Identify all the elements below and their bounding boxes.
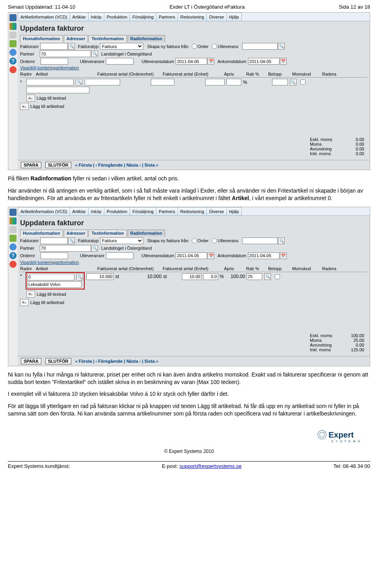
partner-input[interactable] xyxy=(40,245,91,252)
menu-artikelinfo[interactable]: Artikelinformation (VCD) xyxy=(18,13,70,21)
menu-hjalp[interactable]: Hjälp xyxy=(226,13,242,21)
tab-radinfo[interactable]: Radinformation xyxy=(128,230,165,237)
utleveransdatum-input[interactable] xyxy=(176,58,207,65)
utleveransdatum-cal[interactable]: 📅 xyxy=(208,252,214,259)
fakturanr-input[interactable] xyxy=(40,237,68,244)
ordernr-input[interactable] xyxy=(41,252,68,259)
doc-icon[interactable] xyxy=(9,226,17,233)
radio-utleverans[interactable] xyxy=(212,238,217,243)
artikel-desc-input[interactable] xyxy=(27,281,82,288)
tab-textinfo[interactable]: Textinformation xyxy=(89,35,126,42)
tab-adresser[interactable]: Adresser xyxy=(64,35,88,42)
fakturatyp-select[interactable]: Faktura xyxy=(100,237,143,244)
ankomstdatum-input[interactable] xyxy=(248,58,280,65)
link-visa-dolj[interactable]: Visa/dölj konteringsinformation xyxy=(20,65,79,70)
power-icon[interactable] xyxy=(9,66,17,73)
menu-hjalp[interactable]: Hjälp xyxy=(226,207,242,215)
apris-input[interactable] xyxy=(182,273,202,280)
help-icon[interactable]: ? xyxy=(9,252,17,259)
tab-huvudinfo[interactable]: Huvudinformation xyxy=(20,230,63,237)
pager-links[interactable]: « Första | ‹ Föregående | Nästa › | Sist… xyxy=(75,359,159,364)
artikel-desc-input[interactable] xyxy=(26,87,89,93)
fakturanr-lookup[interactable]: 🔍 xyxy=(68,237,75,244)
menu-artiklar[interactable]: Artiklar xyxy=(70,13,89,21)
artikel-input[interactable] xyxy=(27,274,74,280)
utleveransdatum-cal[interactable]: 📅 xyxy=(208,58,214,65)
radio-order[interactable] xyxy=(192,238,197,243)
rab-input[interactable] xyxy=(203,273,218,280)
help-icon[interactable]: ? xyxy=(9,58,17,65)
radera-check[interactable] xyxy=(300,80,306,85)
home-icon[interactable] xyxy=(9,209,17,216)
add-textrad-button[interactable]: ≡₊ xyxy=(26,95,35,102)
truck-icon[interactable] xyxy=(9,40,17,47)
coin-icon[interactable] xyxy=(9,49,17,56)
skapa-ny-input[interactable] xyxy=(242,43,278,50)
link-visa-dolj[interactable]: Visa/dölj konteringsinformation xyxy=(20,260,79,265)
spara-button[interactable]: SPARA xyxy=(21,358,41,364)
fakturanr-input[interactable] xyxy=(40,43,68,50)
artikel-lookup[interactable]: 🔍 xyxy=(76,274,83,280)
chart-icon[interactable] xyxy=(9,217,17,224)
chart-icon[interactable] xyxy=(9,23,17,30)
pager-links[interactable]: « Första | ‹ Föregående | Nästa › | Sist… xyxy=(75,163,159,167)
radio-order[interactable] xyxy=(192,44,197,49)
spara-button[interactable]: SPARA xyxy=(21,162,41,168)
slutfor-button[interactable]: SLUTFÖR xyxy=(45,162,71,168)
menu-partners[interactable]: Partners xyxy=(156,207,178,215)
utleveransnr-input[interactable] xyxy=(106,58,133,65)
partner-lookup[interactable]: 🔍 xyxy=(91,50,98,57)
ankomstdatum-input[interactable] xyxy=(248,252,280,259)
rab-input[interactable] xyxy=(226,79,241,85)
antal-order-input[interactable] xyxy=(85,79,120,85)
partner-lookup[interactable]: 🔍 xyxy=(91,245,98,252)
coin-icon[interactable] xyxy=(9,243,17,250)
add-textrad-button[interactable]: ≡₊ xyxy=(26,291,35,298)
ordernr-input[interactable] xyxy=(41,58,68,65)
menu-redovisning[interactable]: Redovisning xyxy=(178,207,207,215)
power-icon[interactable] xyxy=(9,261,17,268)
utleveransdatum-input[interactable] xyxy=(176,252,207,259)
add-artikelrad-button[interactable]: ≡₊ xyxy=(20,299,29,306)
partner-input[interactable] xyxy=(40,50,91,57)
menu-redovisning[interactable]: Redovisning xyxy=(178,13,207,21)
menu-diverse[interactable]: Diverse xyxy=(206,13,226,21)
fakturatyp-select[interactable]: Faktura xyxy=(100,43,143,50)
menu-inkop[interactable]: Inköp xyxy=(88,207,104,215)
footer-email-link[interactable]: support@expertsystems.se xyxy=(180,463,242,469)
menu-partners[interactable]: Partners xyxy=(156,13,178,21)
menu-produktion[interactable]: Produktion xyxy=(104,13,130,21)
menu-diverse[interactable]: Diverse xyxy=(206,207,226,215)
ankomstdatum-cal[interactable]: 📅 xyxy=(280,58,287,65)
tab-textinfo[interactable]: Textinformation xyxy=(89,230,126,237)
skapa-ny-input[interactable] xyxy=(242,237,278,244)
skapa-ny-lookup[interactable]: 🔍 xyxy=(278,43,285,50)
skapa-ny-lookup[interactable]: 🔍 xyxy=(278,237,285,244)
tab-adresser[interactable]: Adresser xyxy=(64,230,88,237)
antal-order-input[interactable] xyxy=(86,273,114,280)
momskod-input[interactable] xyxy=(272,79,288,85)
tab-radinfo[interactable]: Radinformation xyxy=(128,35,165,42)
artikel-input[interactable] xyxy=(26,79,74,85)
momskod-lookup[interactable]: 🔍 xyxy=(264,273,271,280)
ankomstdatum-cal[interactable]: 📅 xyxy=(280,252,287,259)
radera-check[interactable] xyxy=(275,274,280,279)
menu-forsaljning[interactable]: Försäljning xyxy=(130,207,156,215)
apris-input[interactable] xyxy=(205,79,225,85)
menu-artiklar[interactable]: Artiklar xyxy=(70,207,89,215)
radio-utleverans[interactable] xyxy=(212,44,217,49)
utleveransnr-input[interactable] xyxy=(106,252,133,259)
menu-artikelinfo[interactable]: Artikelinformation (VCD) xyxy=(18,207,70,215)
home-icon[interactable] xyxy=(9,14,17,21)
tab-huvudinfo[interactable]: Huvudinformation xyxy=(20,35,63,42)
add-artikelrad-button[interactable]: ≡₊ xyxy=(20,103,29,110)
artikel-lookup[interactable]: 🔍 xyxy=(76,79,82,85)
momskod-lookup[interactable]: 🔍 xyxy=(290,79,296,85)
menu-produktion[interactable]: Produktion xyxy=(104,207,130,215)
doc-icon[interactable] xyxy=(9,32,17,39)
truck-icon[interactable] xyxy=(9,235,17,242)
menu-inkop[interactable]: Inköp xyxy=(88,13,104,21)
slutfor-button[interactable]: SLUTFÖR xyxy=(45,358,71,364)
menu-forsaljning[interactable]: Försäljning xyxy=(130,13,156,21)
fakturanr-lookup[interactable]: 🔍 xyxy=(68,43,75,50)
